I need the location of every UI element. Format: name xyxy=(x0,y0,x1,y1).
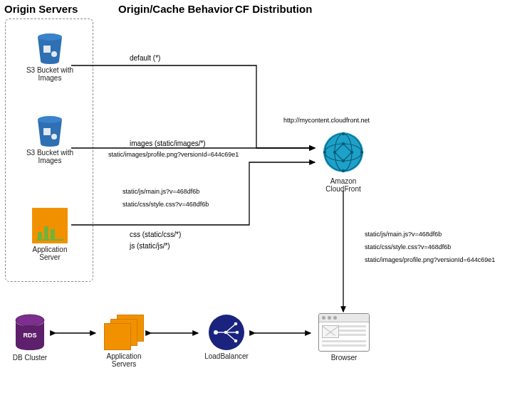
svg-point-32 xyxy=(234,339,238,343)
rds-label: DB Cluster xyxy=(6,354,54,362)
app-servers-icon xyxy=(104,315,144,350)
load-balancer-icon xyxy=(209,315,244,350)
header-cf-distribution: CF Distribution xyxy=(235,3,312,15)
edge-download-js: static/js/main.js?v=468df6b xyxy=(365,231,442,238)
edge-download-css: static/css/style.css?v=468df6b xyxy=(365,243,451,251)
svg-rect-4 xyxy=(43,128,51,135)
s3-bucket-images-b: S3 Bucket with Images xyxy=(24,114,75,164)
header-origin-servers: Origin Servers xyxy=(4,3,78,15)
edge-css-behavior: css (static/css/*) xyxy=(130,231,181,238)
svg-point-3 xyxy=(38,116,62,123)
svg-line-27 xyxy=(226,332,236,341)
svg-point-30 xyxy=(234,322,238,326)
header-origin-cache-behavior: Origin/Cache Behavior xyxy=(118,3,234,15)
cloudfront-label: Amazon CloudFront xyxy=(306,177,380,193)
edge-download-img: static/images/profile.png?versionId=644c… xyxy=(365,256,495,263)
edge-js-behavior: js (static/js/*) xyxy=(130,242,170,250)
edge-images-behavior: images (static/images/*) xyxy=(130,139,206,147)
svg-point-28 xyxy=(214,330,218,335)
application-servers: Application Servers xyxy=(98,315,150,368)
bucket-icon xyxy=(33,114,66,147)
svg-point-10 xyxy=(342,132,345,136)
svg-point-13 xyxy=(360,151,364,154)
svg-line-25 xyxy=(226,324,236,332)
s3-b-label: S3 Bucket with Images xyxy=(24,149,75,164)
svg-point-5 xyxy=(51,134,57,139)
svg-point-11 xyxy=(342,169,345,173)
svg-point-12 xyxy=(323,151,327,154)
svg-point-29 xyxy=(224,331,228,335)
svg-rect-1 xyxy=(43,46,51,53)
cloudfront-node: Amazon CloudFront xyxy=(306,130,380,193)
rds-icon: RDS xyxy=(12,313,48,352)
svg-point-0 xyxy=(38,33,62,41)
edge-cloudfront-url: http://mycontent.cloudfront.net xyxy=(283,117,370,124)
browser-icon xyxy=(318,313,370,352)
load-balancer: LoadBalancer xyxy=(199,315,254,360)
edge-images-example: static/images/profile.png?versionId=644c… xyxy=(108,151,239,158)
rds-cluster: RDS DB Cluster xyxy=(6,313,54,362)
s3-a-label: S3 Bucket with Images xyxy=(24,66,75,82)
svg-point-6 xyxy=(323,132,363,172)
edge-js-example: static/js/main.js?v=468df6b xyxy=(122,188,199,195)
edge-css-example: static/css/style.css?v=468df6b xyxy=(122,201,209,208)
load-balancer-label: LoadBalancer xyxy=(199,352,254,360)
bucket-icon xyxy=(33,31,66,64)
edge-default-behavior: default (*) xyxy=(130,54,160,62)
browser: Browser xyxy=(312,313,376,362)
s3-bucket-images-a: S3 Bucket with Images xyxy=(24,31,75,82)
svg-point-2 xyxy=(51,51,57,57)
app-server-label: Application Server xyxy=(24,246,75,261)
svg-point-31 xyxy=(236,331,239,335)
cloudfront-icon xyxy=(320,130,366,175)
app-server-icon xyxy=(32,208,68,243)
browser-label: Browser xyxy=(312,354,376,362)
rds-text: RDS xyxy=(12,332,48,339)
application-server-origin: Application Server xyxy=(24,208,75,261)
app-servers-label: Application Servers xyxy=(98,352,150,368)
